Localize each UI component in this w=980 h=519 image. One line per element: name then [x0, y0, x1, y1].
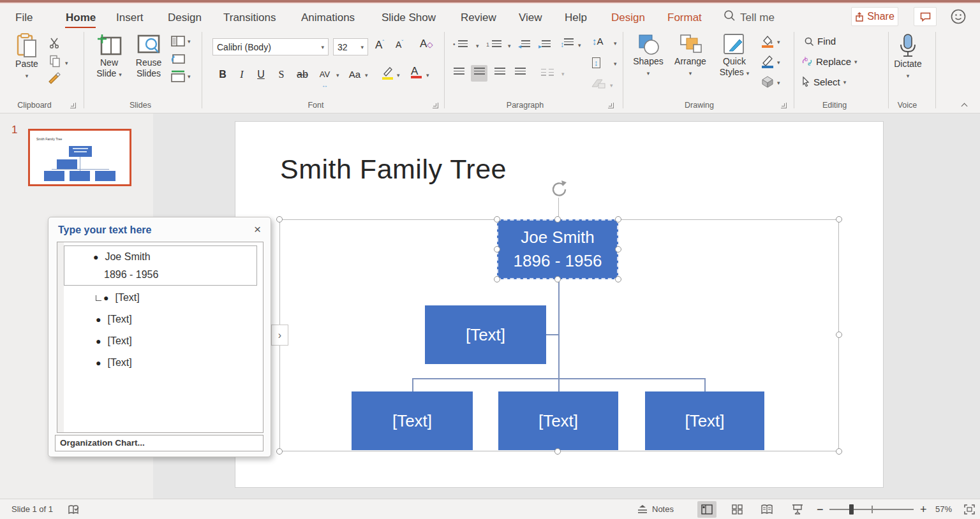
line-spacing-icon[interactable]: ↕ [560, 38, 574, 50]
tab-smartart-design[interactable]: Design [611, 8, 645, 28]
slide-layout-icon[interactable] [171, 36, 185, 47]
tab-transitions[interactable]: Transitions [223, 8, 276, 28]
tab-slide-show[interactable]: Slide Show [382, 8, 436, 28]
decrease-font-size-icon[interactable]: Aˇ [396, 39, 403, 50]
select-dropdown-arrow[interactable]: ▾ [843, 79, 847, 85]
paste-button[interactable]: Paste ▾ [10, 33, 43, 80]
text-pane-item-line1[interactable]: ●Joe Smith [93, 251, 151, 263]
dictate-button[interactable]: Dictate ▾ [891, 33, 925, 80]
new-slide-dropdown-arrow[interactable]: ▾ [119, 71, 122, 78]
shape-handle[interactable] [615, 276, 621, 282]
shape-handle[interactable] [494, 276, 500, 282]
numbering-icon[interactable]: 1 [486, 40, 501, 51]
align-right-button[interactable] [491, 65, 508, 82]
text-highlight-icon[interactable] [380, 65, 394, 80]
text-pane-item[interactable]: ●[Text] [96, 314, 132, 325]
slide-title[interactable]: Smith Family Tree [280, 154, 507, 185]
share-button[interactable]: Share [851, 7, 898, 26]
dictate-dropdown-arrow[interactable]: ▾ [907, 73, 910, 79]
frame-handle[interactable] [554, 216, 561, 223]
bold-button[interactable]: B [216, 66, 230, 83]
shape-handle[interactable] [494, 246, 500, 252]
font-dialog-launcher[interactable] [433, 103, 438, 108]
notes-icon[interactable] [637, 504, 648, 515]
justify-button[interactable] [512, 65, 528, 82]
frame-handle[interactable] [276, 448, 283, 455]
shape-outline-dropdown-arrow[interactable]: ▾ [777, 57, 780, 66]
decrease-indent-icon[interactable]: ◂ [518, 40, 530, 51]
columns-dropdown-arrow[interactable]: ▾ [561, 69, 565, 78]
font-color-icon[interactable]: A [411, 65, 422, 78]
frame-handle[interactable] [836, 448, 842, 455]
tab-view[interactable]: View [519, 8, 542, 28]
tell-me-label[interactable]: Tell me [740, 8, 775, 28]
change-case-dropdown-arrow[interactable]: ▾ [365, 70, 368, 79]
text-highlight-dropdown-arrow[interactable]: ▾ [397, 70, 400, 79]
underline-button[interactable]: U [254, 66, 268, 83]
shape-handle[interactable] [494, 216, 500, 223]
shape-handle[interactable] [554, 276, 561, 282]
frame-handle[interactable] [836, 332, 842, 338]
zoom-level[interactable]: 57% [935, 499, 952, 519]
character-spacing-button[interactable]: AV↔ [315, 66, 334, 83]
org-child-box-1[interactable]: [Text] [352, 391, 473, 450]
increase-indent-icon[interactable]: ▸ [538, 40, 551, 51]
replace-dropdown-arrow[interactable]: ▾ [854, 59, 858, 65]
text-pane-item[interactable]: ●[Text] [96, 292, 140, 303]
character-spacing-dropdown-arrow[interactable]: ▾ [336, 70, 339, 79]
font-color-dropdown-arrow[interactable]: ▾ [426, 70, 429, 79]
drawing-dialog-launcher[interactable] [781, 103, 787, 108]
org-root-box[interactable]: Joe Smith 1896 - 1956 [497, 219, 618, 279]
collapse-ribbon-icon[interactable] [962, 99, 967, 111]
find-button[interactable]: Find [804, 36, 836, 47]
increase-font-size-icon[interactable]: Aˆ [375, 39, 384, 52]
spell-check-icon[interactable] [68, 504, 80, 515]
zoom-in-button[interactable]: + [920, 499, 927, 519]
quick-styles-button[interactable]: Quick Styles ▾ [715, 33, 754, 79]
bullets-dropdown-arrow[interactable]: ▾ [476, 41, 479, 50]
text-pane-footer[interactable]: Organization Chart... [55, 435, 264, 451]
align-center-button[interactable] [471, 65, 487, 82]
bullets-icon[interactable]: • [453, 40, 468, 51]
shadow-button[interactable]: S [274, 66, 288, 83]
arrange-button[interactable]: Arrange ▾ [671, 33, 709, 77]
cut-icon[interactable] [48, 37, 60, 48]
replace-button[interactable]: bc Replace ▾ [801, 56, 858, 67]
rotate-handle-icon[interactable] [549, 179, 568, 198]
section-dropdown-arrow[interactable]: ▾ [188, 71, 191, 80]
line-spacing-dropdown-arrow[interactable]: ▾ [578, 40, 581, 49]
slide-canvas[interactable]: Smith Family Tree Joe Smith 1896 - 1956 … [235, 121, 884, 488]
shape-effects-icon[interactable] [761, 75, 775, 88]
new-slide-button[interactable]: New Slide ▾ [93, 33, 126, 80]
align-text-icon[interactable]: ↕ [592, 57, 600, 68]
text-pane-item[interactable]: ●[Text] [96, 335, 132, 347]
reading-view-button[interactable] [757, 501, 776, 518]
text-pane-item-line2[interactable]: 1896 - 1956 [104, 269, 158, 281]
font-size-combobox[interactable]: 32 ▾ [333, 38, 368, 55]
text-pane-item[interactable]: ●[Text] [96, 357, 132, 369]
shape-effects-dropdown-arrow[interactable]: ▾ [777, 78, 780, 87]
search-icon[interactable] [723, 9, 736, 23]
text-pane-toggle-button[interactable]: › [271, 325, 288, 346]
section-icon[interactable] [171, 70, 185, 82]
italic-button[interactable]: I [235, 66, 249, 83]
reset-slide-icon[interactable] [171, 54, 185, 64]
frame-handle[interactable] [554, 448, 561, 455]
fit-slide-to-window-button[interactable] [960, 501, 979, 518]
clipboard-dialog-launcher[interactable] [70, 103, 76, 108]
shape-fill-dropdown-arrow[interactable]: ▾ [777, 37, 780, 46]
copy-icon[interactable] [48, 55, 61, 68]
tab-insert[interactable]: Insert [116, 8, 144, 28]
paste-dropdown-arrow[interactable]: ▾ [26, 73, 29, 79]
reuse-slides-button[interactable]: Reuse Slides [131, 33, 167, 79]
arrange-dropdown-arrow[interactable]: ▾ [689, 70, 692, 77]
tab-home[interactable]: Home [66, 8, 96, 28]
paragraph-dialog-launcher[interactable] [608, 103, 614, 108]
convert-smartart-dropdown-arrow[interactable]: ▾ [610, 80, 613, 89]
zoom-out-button[interactable]: − [817, 499, 824, 519]
org-child-box-2[interactable]: [Text] [498, 391, 618, 450]
slide-sorter-view-button[interactable] [727, 501, 746, 518]
close-icon[interactable]: × [254, 223, 261, 237]
clear-formatting-icon[interactable]: A◇ [420, 38, 433, 50]
slide-thumbnail[interactable]: Smith Family Tree [28, 129, 131, 186]
